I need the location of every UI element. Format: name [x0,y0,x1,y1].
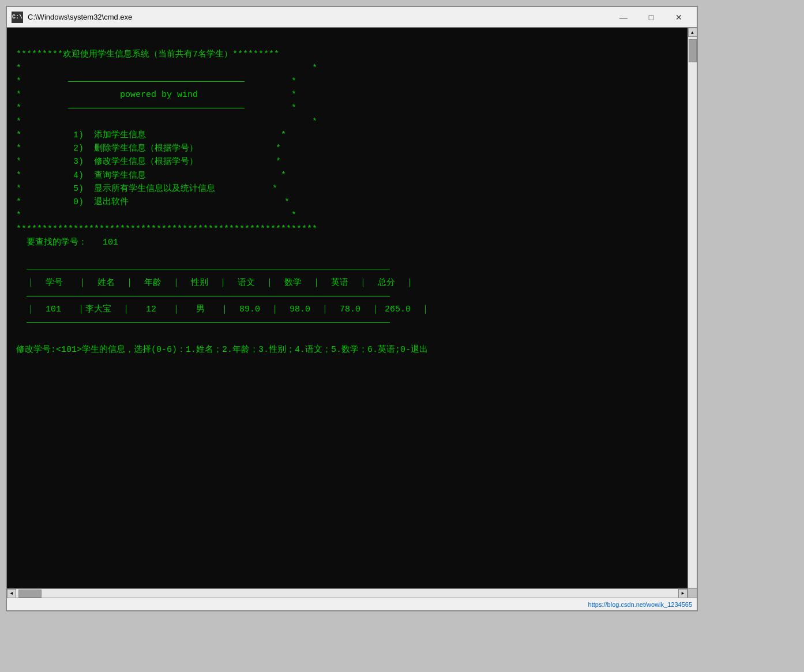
maximize-button[interactable]: □ [638,9,664,25]
status-bar: https://blog.csdn.net/wowik_1234565 [7,598,697,610]
horizontal-scrollbar[interactable]: ◄ ► [7,588,687,598]
window-controls: — □ ✕ [610,9,692,25]
scroll-track-vertical [688,37,697,588]
scroll-track-horizontal [16,589,678,598]
scroll-thumb-vertical[interactable] [689,39,697,62]
title-bar: C:\ C:\Windows\system32\cmd.exe — □ ✕ [7,7,697,28]
console-output: *********欢迎使用学生信息系统（当前共有7名学生）********* *… [7,28,697,598]
scroll-thumb-horizontal[interactable] [18,590,42,598]
scroll-right-button[interactable]: ► [678,589,687,598]
scroll-up-button[interactable]: ▲ [688,28,697,37]
vertical-scrollbar[interactable]: ▲ ▼ [687,28,697,598]
status-url: https://blog.csdn.net/wowik_1234565 [588,601,692,608]
window-title: C:\Windows\system32\cmd.exe [28,13,610,21]
cmd-window: C:\ C:\Windows\system32\cmd.exe — □ ✕ **… [6,6,698,611]
window-icon: C:\ [12,12,23,23]
scroll-left-button[interactable]: ◄ [7,589,16,598]
scrollbar-corner [687,588,697,598]
console-text: *********欢迎使用学生信息系统（当前共有7名学生）********* *… [16,35,685,356]
close-button[interactable]: ✕ [666,9,692,25]
minimize-button[interactable]: — [610,9,637,25]
